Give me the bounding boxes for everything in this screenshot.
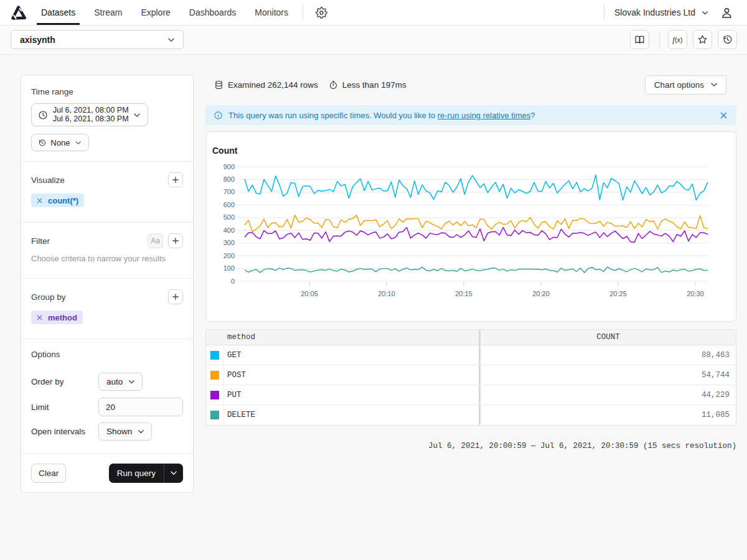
schema-book-button[interactable] [630, 30, 649, 49]
svg-text:800: 800 [223, 175, 235, 183]
account-avatar-icon[interactable] [720, 6, 733, 19]
settings-gear-icon[interactable] [311, 2, 332, 23]
remove-chip-icon[interactable] [35, 314, 44, 322]
logo-mark [11, 5, 26, 21]
chart-options-button[interactable]: Chart options [645, 75, 726, 95]
time-range-start: Jul 6, 2021, 08:00 PM [53, 106, 129, 114]
count-column-header[interactable]: COUNT [479, 330, 736, 345]
visualize-chip-count[interactable]: count(*) [31, 194, 84, 207]
results-time-span: Jul 6, 2021, 20:00:59 — Jul 6, 2021, 20:… [428, 442, 736, 450]
remove-chip-icon[interactable] [35, 197, 44, 205]
svg-text:20:25: 20:25 [609, 290, 627, 297]
series-swatch [210, 411, 219, 419]
method-cell: GET [224, 345, 479, 365]
time-range-select[interactable]: Jul 6, 2021, 08:00 PM Jul 6, 2021, 08:30… [31, 103, 148, 126]
chevron-down-icon [128, 378, 136, 386]
order-by-select[interactable]: auto [98, 373, 143, 391]
svg-text:20:20: 20:20 [532, 290, 550, 297]
favorite-button[interactable] [693, 30, 712, 49]
table-row[interactable]: DELETE 11,085 [206, 405, 736, 425]
table-row[interactable]: POST 54,744 [206, 365, 736, 385]
nav-item-label: Dashboards [189, 7, 237, 17]
add-visualize-button[interactable] [168, 172, 183, 187]
svg-text:400: 400 [223, 226, 235, 234]
group-by-chip-method[interactable]: method [31, 310, 83, 324]
query-builder-panel: Time range Jul 6, 2021, 08:00 PM Jul 6, … [21, 75, 194, 493]
swatch-column-header [206, 330, 224, 345]
count-cell: 44,229 [479, 385, 736, 404]
open-intervals-value: Shown [106, 427, 132, 436]
history-button[interactable] [718, 30, 737, 49]
nav-item-label: Explore [141, 7, 170, 17]
svg-text:200: 200 [223, 252, 235, 259]
clear-button[interactable]: Clear [31, 464, 66, 483]
time-range-value: Jul 6, 2021, 08:00 PM Jul 6, 2021, 08:30… [53, 106, 129, 123]
match-case-label: Aa [151, 236, 160, 245]
nav-item-label: Monitors [255, 7, 288, 17]
nav-item-label: Stream [94, 7, 122, 17]
stopwatch-icon [329, 80, 338, 90]
time-range-section: Time range Jul 6, 2021, 08:00 PM Jul 6, … [21, 75, 193, 162]
time-range-label: Time range [31, 87, 183, 96]
chevron-down-icon [701, 9, 709, 17]
examined-rows-stat: Examined 262,144 rows [214, 80, 318, 90]
svg-text:20:15: 20:15 [455, 290, 472, 297]
org-divider [604, 4, 604, 21]
nav-item-stream[interactable]: Stream [94, 0, 122, 25]
clock-icon [38, 110, 48, 120]
series-swatch [210, 351, 219, 360]
add-group-by-button[interactable] [168, 289, 183, 304]
nav-item-dashboards[interactable]: Dashboards [189, 0, 237, 25]
svg-text:20:10: 20:10 [378, 290, 395, 297]
options-label: Options [31, 350, 183, 359]
visualize-section: Visualize count(*) [21, 162, 193, 223]
banner-close-icon[interactable] [720, 111, 728, 119]
count-cell: 54,744 [479, 365, 736, 385]
fx-icon: f(x) [672, 35, 682, 45]
method-cell: POST [224, 365, 479, 385]
count-line-chart[interactable]: 010020030040050060070080090020:0520:1020… [206, 132, 736, 321]
derived-column-button[interactable]: f(x) [668, 30, 687, 49]
dataset-select[interactable]: axisynth [11, 30, 184, 49]
time-range-end: Jul 6, 2021, 08:30 PM [53, 114, 129, 123]
table-row[interactable]: PUT 44,229 [206, 385, 736, 405]
chevron-down-icon [133, 111, 141, 119]
count-cell: 88,463 [479, 345, 736, 365]
nav-divider [303, 4, 303, 21]
relative-time-banner: This query was run using specific times.… [205, 105, 736, 125]
history-icon [722, 34, 733, 45]
chevron-down-icon [137, 427, 145, 436]
nav-item-monitors[interactable]: Monitors [255, 0, 288, 25]
limit-input[interactable] [98, 398, 183, 416]
add-filter-button[interactable] [168, 233, 183, 248]
series-swatch [210, 371, 219, 380]
chip-label: method [48, 313, 77, 322]
primary-nav: Datasets Stream Explore Dashboards Monit… [32, 0, 298, 25]
org-switcher[interactable]: Slovak Industries Ltd [614, 7, 709, 17]
run-query-button[interactable]: Run query [109, 464, 164, 483]
svg-text:20:30: 20:30 [687, 290, 704, 297]
table-header-row: method COUNT [206, 330, 736, 345]
chip-label: count(*) [48, 196, 78, 205]
results-table: method COUNT GET 88,463 POST 54,744 PUT … [205, 329, 736, 426]
open-intervals-select[interactable]: Shown [98, 422, 152, 441]
nav-item-datasets[interactable]: Datasets [41, 0, 75, 25]
limit-label: Limit [31, 403, 98, 412]
method-column-header[interactable]: method [224, 330, 479, 345]
toolbar-actions: f(x) [630, 30, 737, 49]
toolbar-divider [659, 31, 660, 49]
run-query-caret-button[interactable] [164, 464, 183, 483]
app-root: Datasets Stream Explore Dashboards Monit… [0, 0, 747, 560]
match-case-button[interactable]: Aa [148, 233, 163, 248]
compare-time-select[interactable]: None [31, 134, 89, 151]
filter-empty-text: Choose criteria to narrow your results [31, 254, 183, 263]
svg-text:500: 500 [223, 213, 235, 221]
table-row[interactable]: GET 88,463 [206, 345, 736, 365]
svg-text:300: 300 [223, 239, 235, 246]
nav-item-explore[interactable]: Explore [141, 0, 170, 25]
app-logo-icon[interactable] [10, 5, 26, 20]
options-section: Options Order by auto Limit Open interva… [21, 339, 193, 454]
org-name: Slovak Industries Ltd [614, 7, 695, 17]
rerun-relative-times-link[interactable]: re-run using relative times [438, 111, 531, 120]
query-duration-stat: Less than 197ms [329, 80, 406, 90]
